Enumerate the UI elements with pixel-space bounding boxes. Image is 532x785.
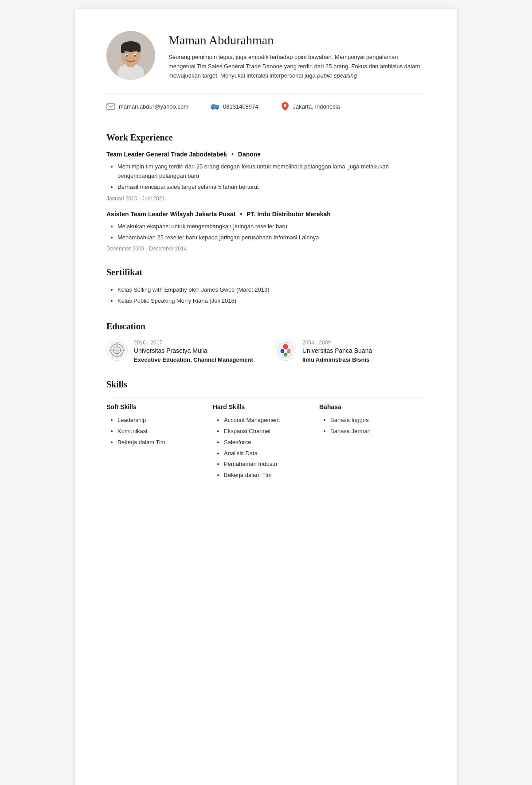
list-item: Bekerja dalam Tim xyxy=(224,471,310,480)
sertifikat-section: Sertifikat Kelas Selling with Empathy ol… xyxy=(106,267,426,306)
sertifikat-list: Kelas Selling with Empathy oleh James Gw… xyxy=(106,285,426,306)
soft-skills-column: Soft Skills Leadership Komunikasi Bekerj… xyxy=(106,398,213,484)
header-info: Maman Abdurahman Seorang pemimpin tegas,… xyxy=(168,31,426,80)
list-item: Kelas Selling with Empathy oleh James Gw… xyxy=(117,285,426,295)
contact-location: Jakarta, Indonesia xyxy=(281,103,340,110)
job-1-title-line: Team Leader General Trade Jabodetabek • … xyxy=(106,151,426,158)
list-item: Berhasil mencapai sales target selama 5 … xyxy=(117,183,426,192)
list-item: Bekerja dalam Tim xyxy=(117,438,204,447)
svg-point-29 xyxy=(284,349,287,351)
list-item: Bahasa Jerman xyxy=(330,427,417,436)
svg-point-17 xyxy=(217,109,218,109)
edu-university-1: Universitas Prasetya Mulia xyxy=(134,347,257,354)
svg-point-9 xyxy=(126,55,128,57)
job-2-bullets: Melakukan ekspansi untuk mengembangkan j… xyxy=(106,222,426,242)
edu-logo-2 xyxy=(275,340,296,361)
hard-skills-list: Account Management Ekspansi Channel Sale… xyxy=(213,416,310,480)
svg-point-28 xyxy=(284,353,287,356)
list-item: Ekspansi Channel xyxy=(224,427,310,436)
edu-degree-2: Ilmu Administrasi Bisnis xyxy=(302,356,426,364)
education-section: Education 2016 - 2017 xyxy=(106,321,426,364)
list-item: Leadership xyxy=(117,416,204,425)
education-item-1: 2016 - 2017 Universitas Prasetya Mulia E… xyxy=(106,340,257,364)
bahasa-column: Bahasa Bahasa Inggris Bahasa Jerman xyxy=(319,398,426,484)
svg-point-10 xyxy=(134,55,136,57)
avatar xyxy=(106,31,155,80)
job-2-title-line: Asisten Team Leader Wilayah Jakarta Pusa… xyxy=(106,211,426,218)
job-2: Asisten Team Leader Wilayah Jakarta Pusa… xyxy=(106,211,426,252)
location-icon xyxy=(281,103,289,110)
svg-point-26 xyxy=(281,349,284,353)
hard-skills-title: Hard Skills xyxy=(213,403,310,410)
soft-skills-list: Leadership Komunikasi Bekerja dalam Tim xyxy=(106,416,204,447)
list-item: Analisis Data xyxy=(224,449,310,458)
contact-phone: 08131408974 xyxy=(211,103,258,110)
bahasa-list: Bahasa Inggris Bahasa Jerman xyxy=(319,416,417,436)
work-experience-section: Work Experience Team Leader General Trad… xyxy=(106,133,426,252)
edu-university-2: Universitas Panca Buana xyxy=(302,347,426,354)
edu-logo-1 xyxy=(106,340,128,361)
list-item: Bahasa Inggris xyxy=(330,416,417,425)
education-grid: 2016 - 2017 Universitas Prasetya Mulia E… xyxy=(106,340,426,364)
contact-email: maman.abdur@yahoo.com xyxy=(106,103,188,110)
hard-skills-column: Hard Skills Account Management Ekspansi … xyxy=(213,398,319,484)
job-1-bullets: Memimpin tim yang terdiri dari 25 orang … xyxy=(106,162,426,191)
edu-year-1: 2016 - 2017 xyxy=(134,340,257,346)
edu-year-2: 2004 - 2009 xyxy=(302,340,426,346)
job-2-dates: Desember 2009 - Desember 2014 xyxy=(106,246,426,252)
contact-section: maman.abdur@yahoo.com 08131408974 xyxy=(106,94,426,119)
list-item: Menambahkan 25 reseller baru kepada jari… xyxy=(117,233,426,242)
work-experience-title: Work Experience xyxy=(106,133,426,143)
edu-details-1: 2016 - 2017 Universitas Prasetya Mulia E… xyxy=(134,340,257,364)
svg-point-16 xyxy=(212,109,213,109)
email-icon xyxy=(106,103,115,110)
svg-point-18 xyxy=(284,104,286,107)
list-item: Account Management xyxy=(224,416,310,425)
svg-rect-5 xyxy=(121,47,125,53)
list-item: Komunikasi xyxy=(117,427,204,436)
education-title: Education xyxy=(106,321,426,332)
job-1-dates: Januari 2015 - Juni 2021 xyxy=(106,195,426,202)
resume-container: Maman Abdurahman Seorang pemimpin tegas,… xyxy=(75,9,457,785)
list-item: Melakukan ekspansi untuk mengembangkan j… xyxy=(117,222,426,231)
skills-grid: Soft Skills Leadership Komunikasi Bekerj… xyxy=(106,398,426,484)
phone-icon xyxy=(211,103,219,110)
education-item-2: 2004 - 2009 Universitas Panca Buana Ilmu… xyxy=(275,340,426,364)
job-1: Team Leader General Trade Jabodetabek • … xyxy=(106,151,426,201)
candidate-name: Maman Abdurahman xyxy=(168,33,426,47)
main-content: Work Experience Team Leader General Trad… xyxy=(106,119,426,484)
list-item: Kelas Public Speaking Merry Riana (Juli … xyxy=(117,297,426,306)
edu-details-2: 2004 - 2009 Universitas Panca Buana Ilmu… xyxy=(302,340,426,364)
header-section: Maman Abdurahman Seorang pemimpin tegas,… xyxy=(106,31,426,94)
svg-point-27 xyxy=(287,349,290,353)
list-item: Salesforce xyxy=(224,438,310,447)
svg-rect-13 xyxy=(212,105,215,107)
list-item: Memimpin tim yang terdiri dari 25 orang … xyxy=(117,162,426,181)
skills-section: Skills Soft Skills Leadership Komunikasi… xyxy=(106,379,426,484)
svg-rect-6 xyxy=(137,47,141,52)
list-item: Pemahaman Industri xyxy=(224,460,310,469)
candidate-bio: Seorang pemimpin tegas, juga empatik ter… xyxy=(168,53,426,80)
edu-degree-1: Executive Education, Channel Management xyxy=(134,356,257,364)
skills-title: Skills xyxy=(106,379,426,390)
sertifikat-title: Sertifikat xyxy=(106,267,426,277)
svg-rect-11 xyxy=(107,104,115,109)
bahasa-title: Bahasa xyxy=(319,403,417,410)
svg-point-25 xyxy=(283,344,288,349)
soft-skills-title: Soft Skills xyxy=(106,403,204,410)
